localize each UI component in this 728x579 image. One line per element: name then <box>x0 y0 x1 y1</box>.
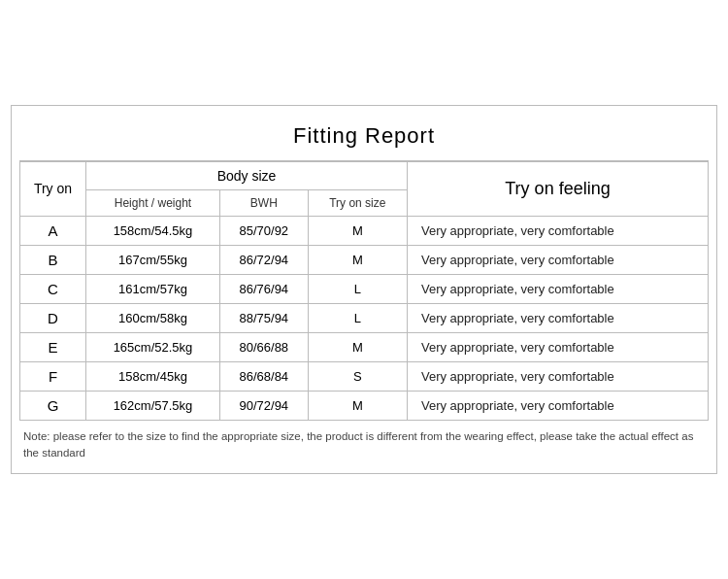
table-row: C161cm/57kg86/76/94LVery appropriate, ve… <box>20 274 709 303</box>
row-label: A <box>20 216 86 245</box>
row-size: S <box>308 361 407 391</box>
table-row: A158cm/54.5kg85/70/92MVery appropriate, … <box>20 216 709 245</box>
row-size: M <box>308 245 407 274</box>
table-row: G162cm/57.5kg90/72/94MVery appropriate, … <box>20 391 709 420</box>
row-height-weight: 167cm/55kg <box>86 245 220 274</box>
note-text: Note: please refer to the size to find t… <box>19 421 709 466</box>
sub-header-bwh: BWH <box>219 189 308 216</box>
row-bwh: 90/72/94 <box>219 391 308 420</box>
sub-header-height-weight: Height / weight <box>86 189 220 216</box>
fitting-table: Try on Body size Try on feeling Height /… <box>19 161 709 421</box>
row-size: M <box>308 391 407 420</box>
table-row: E165cm/52.5kg80/66/88MVery appropriate, … <box>20 332 709 361</box>
row-height-weight: 160cm/58kg <box>86 303 220 332</box>
report-container: Fitting Report Try on Body size Try on f… <box>11 105 717 475</box>
row-label: F <box>20 361 86 391</box>
row-height-weight: 158cm/45kg <box>86 361 220 391</box>
row-feeling: Very appropriate, very comfortable <box>408 332 709 361</box>
row-size: M <box>308 332 407 361</box>
row-feeling: Very appropriate, very comfortable <box>408 216 709 245</box>
row-label: E <box>20 332 86 361</box>
row-size: M <box>308 216 407 245</box>
row-height-weight: 162cm/57.5kg <box>86 391 220 420</box>
table-row: F158cm/45kg86/68/84SVery appropriate, ve… <box>20 361 709 391</box>
row-label: B <box>20 245 86 274</box>
row-feeling: Very appropriate, very comfortable <box>408 361 709 391</box>
row-height-weight: 161cm/57kg <box>86 274 220 303</box>
row-size: L <box>308 274 407 303</box>
row-bwh: 86/76/94 <box>219 274 308 303</box>
row-height-weight: 158cm/54.5kg <box>86 216 220 245</box>
table-row: B167cm/55kg86/72/94MVery appropriate, ve… <box>20 245 709 274</box>
row-bwh: 80/66/88 <box>219 332 308 361</box>
row-feeling: Very appropriate, very comfortable <box>408 391 709 420</box>
table-row: D160cm/58kg88/75/94LVery appropriate, ve… <box>20 303 709 332</box>
try-on-header: Try on <box>20 161 86 216</box>
row-label: C <box>20 274 86 303</box>
row-bwh: 86/72/94 <box>219 245 308 274</box>
row-bwh: 85/70/92 <box>219 216 308 245</box>
row-label: D <box>20 303 86 332</box>
report-title: Fitting Report <box>19 114 709 161</box>
body-size-header: Body size <box>86 161 408 189</box>
row-feeling: Very appropriate, very comfortable <box>408 303 709 332</box>
row-size: L <box>308 303 407 332</box>
row-height-weight: 165cm/52.5kg <box>86 332 220 361</box>
row-bwh: 88/75/94 <box>219 303 308 332</box>
row-feeling: Very appropriate, very comfortable <box>408 245 709 274</box>
try-on-feeling-header: Try on feeling <box>408 161 709 216</box>
row-feeling: Very appropriate, very comfortable <box>408 274 709 303</box>
sub-header-try-on-size: Try on size <box>308 189 407 216</box>
row-bwh: 86/68/84 <box>219 361 308 391</box>
row-label: G <box>20 391 86 420</box>
